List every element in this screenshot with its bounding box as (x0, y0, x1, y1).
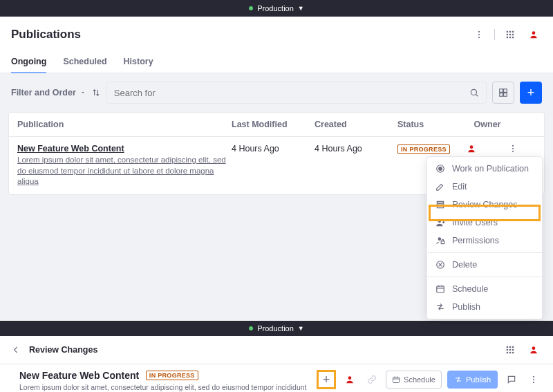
svg-point-21 (512, 151, 514, 152)
sort-icon[interactable] (91, 88, 101, 97)
svg-rect-15 (504, 89, 507, 93)
svg-rect-16 (500, 93, 503, 97)
svg-rect-43 (393, 377, 400, 383)
svg-rect-29 (441, 241, 444, 244)
search-input[interactable] (114, 88, 469, 98)
svg-rect-8 (512, 34, 514, 35)
svg-point-41 (532, 346, 536, 350)
owner-icon-detail (341, 371, 358, 388)
view-grid-icon[interactable] (492, 82, 514, 104)
review-title: Review Changes (29, 345, 97, 355)
kebab-icon[interactable] (471, 26, 487, 43)
col-header-status: Status (397, 120, 467, 129)
production-bar[interactable]: Production ▼ (0, 0, 553, 17)
svg-rect-37 (512, 349, 514, 351)
page-title: Publications (11, 28, 81, 41)
svg-point-42 (348, 376, 352, 380)
svg-rect-14 (500, 89, 503, 93)
svg-rect-39 (509, 352, 511, 353)
svg-rect-35 (507, 349, 508, 351)
review-header: Review Changes (0, 336, 553, 364)
actions-menu: Work on Publication Edit Review Changes … (427, 156, 543, 319)
svg-point-19 (512, 145, 514, 147)
menu-delete[interactable]: Delete (427, 256, 542, 274)
svg-rect-3 (507, 31, 508, 32)
add-user-highlight-button[interactable]: + (317, 370, 336, 389)
svg-point-45 (533, 379, 534, 380)
menu-work-on-publication[interactable]: Work on Publication (427, 160, 542, 178)
apps-icon[interactable] (502, 26, 518, 43)
svg-rect-24 (437, 201, 443, 203)
svg-point-44 (533, 376, 534, 377)
publish-button[interactable]: Publish (447, 371, 498, 389)
svg-rect-36 (509, 349, 511, 351)
status-dot (249, 326, 253, 330)
back-icon[interactable] (11, 345, 21, 355)
filter-order-button[interactable]: Filter and Order (11, 88, 86, 97)
svg-rect-25 (437, 204, 443, 205)
row-description: Lorem ipsum dolor sit amet, consectetur … (17, 155, 232, 187)
col-header-last-modified: Last Modified (232, 120, 315, 129)
svg-rect-34 (512, 346, 514, 348)
apps-icon-lower[interactable] (502, 342, 518, 358)
row-actions-kebab[interactable] (508, 144, 522, 153)
svg-rect-17 (504, 93, 507, 97)
row-last-modified: 4 Hours Ago (232, 144, 315, 153)
page-header: Publications Ongoing Scheduled History (0, 17, 553, 73)
col-header-created: Created (315, 120, 397, 129)
row-created: 4 Hours Ago (315, 144, 397, 153)
svg-rect-10 (509, 37, 511, 38)
row-title[interactable]: New Feature Web Content (17, 144, 232, 153)
svg-rect-40 (512, 352, 514, 353)
svg-rect-26 (437, 206, 443, 207)
menu-permissions[interactable]: Permissions (427, 232, 542, 250)
col-header-publication: Publication (17, 120, 232, 129)
svg-rect-11 (512, 37, 514, 38)
user-icon[interactable] (525, 26, 542, 43)
menu-invite-users[interactable]: Invite Users (427, 214, 542, 232)
svg-point-27 (438, 219, 442, 223)
svg-rect-7 (509, 34, 511, 35)
search-icon (469, 88, 479, 97)
add-button[interactable]: + (520, 82, 542, 104)
toolbar: Filter and Order + (0, 73, 553, 112)
comment-icon[interactable] (503, 371, 520, 388)
svg-point-23 (439, 167, 442, 171)
svg-rect-38 (507, 352, 508, 353)
status-badge: IN PROGRESS (397, 144, 450, 154)
svg-point-13 (471, 89, 476, 95)
tab-history[interactable]: History (124, 51, 153, 73)
search-box[interactable] (106, 82, 487, 104)
col-header-owner: Owner (467, 120, 508, 129)
svg-point-28 (438, 237, 442, 241)
tab-scheduled[interactable]: Scheduled (63, 51, 106, 73)
schedule-button[interactable]: Schedule (386, 371, 442, 389)
production-label-lower: Production (257, 324, 294, 333)
caret-down-icon: ▼ (298, 325, 304, 332)
detail-status-badge: IN PROGRESS (146, 371, 198, 380)
kebab-icon-detail[interactable] (525, 371, 542, 388)
menu-review-changes[interactable]: Review Changes (427, 196, 542, 214)
detail-row: New Feature Web Content IN PROGRESS Lore… (0, 364, 553, 392)
production-bar-lower[interactable]: Production ▼ (0, 321, 553, 336)
svg-rect-33 (509, 346, 511, 348)
detail-title: New Feature Web Content (19, 370, 139, 381)
menu-schedule[interactable]: Schedule (427, 280, 542, 298)
menu-publish[interactable]: Publish (427, 298, 542, 316)
menu-edit[interactable]: Edit (427, 178, 542, 196)
tab-ongoing[interactable]: Ongoing (11, 51, 46, 73)
status-dot (249, 6, 253, 10)
svg-rect-4 (509, 31, 511, 32)
svg-point-46 (533, 382, 534, 383)
svg-point-2 (478, 37, 480, 38)
detail-description: Lorem ipsum dolor sit amet, consectetur … (19, 382, 311, 392)
svg-point-1 (478, 34, 480, 35)
user-icon-lower[interactable] (525, 342, 542, 358)
svg-rect-32 (507, 346, 508, 348)
link-icon[interactable] (364, 371, 380, 388)
tabs: Ongoing Scheduled History (11, 51, 542, 73)
caret-down-icon: ▼ (298, 5, 304, 12)
production-label: Production (257, 4, 294, 12)
owner-icon (467, 144, 508, 153)
svg-point-12 (532, 31, 536, 35)
